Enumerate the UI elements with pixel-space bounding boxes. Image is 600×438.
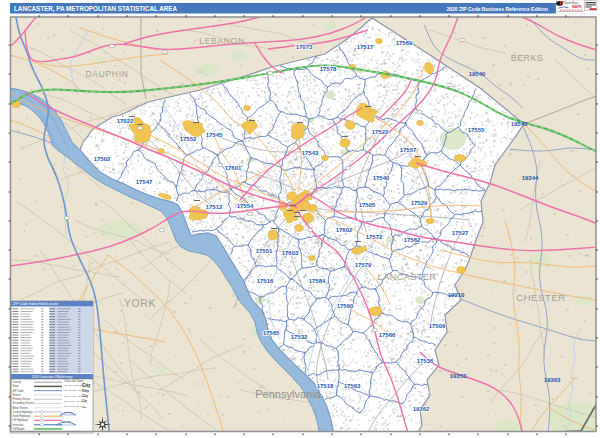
svg-text:YORK: YORK [124, 297, 156, 309]
svg-text:State Highways: State Highways [13, 414, 32, 418]
svg-text:LEBANON: LEBANON [199, 36, 245, 46]
svg-text:19363: 19363 [544, 377, 561, 383]
svg-text:17527: 17527 [452, 230, 469, 236]
svg-text:City: City [82, 406, 87, 408]
svg-text:17569: 17569 [396, 40, 413, 46]
svg-text:17602: 17602 [336, 227, 353, 233]
svg-text:Minor Streets: Minor Streets [13, 406, 29, 410]
svg-text:17532: 17532 [291, 334, 308, 340]
svg-text:17547: 17547 [136, 179, 153, 185]
svg-text:17516: 17516 [257, 278, 274, 284]
svg-text:17540: 17540 [373, 175, 390, 181]
svg-text:17557: 17557 [400, 147, 417, 153]
svg-text:17566: 17566 [379, 332, 396, 338]
svg-text:17579: 17579 [355, 262, 372, 268]
svg-text:State: State [13, 384, 20, 388]
svg-text:17565: 17565 [263, 330, 280, 336]
svg-text:MAPS: MAPS [572, 5, 582, 9]
svg-text:17560: 17560 [337, 303, 354, 309]
svg-text:2020 Lancaster, PA plot map: 2020 Lancaster, PA plot map [32, 375, 73, 379]
svg-text:Interstate: Interstate [13, 423, 24, 427]
svg-text:Pennsylvania: Pennsylvania [255, 388, 321, 400]
svg-text:17502: 17502 [94, 156, 111, 162]
svg-text:Overpass: Overpass [64, 411, 73, 413]
svg-text:BERKS: BERKS [511, 53, 544, 63]
svg-text:17554: 17554 [237, 203, 254, 209]
svg-text:19540: 19540 [469, 71, 486, 77]
svg-text:17509: 17509 [429, 323, 446, 329]
svg-text:17552: 17552 [180, 136, 197, 142]
svg-text:17517: 17517 [357, 44, 374, 50]
svg-text:City: City [82, 399, 88, 403]
svg-text:17584: 17584 [309, 278, 326, 284]
svg-text:Primary Streets: Primary Streets [13, 397, 32, 401]
svg-text:17522: 17522 [372, 129, 389, 135]
svg-text:17536: 17536 [417, 358, 434, 364]
svg-text:17512: 17512 [206, 204, 223, 210]
svg-text:17572: 17572 [366, 234, 383, 240]
svg-text:CHESTER: CHESTER [516, 292, 566, 303]
svg-text:County Highways: County Highways [13, 410, 34, 414]
svg-text:Secondary Streets: Secondary Streets [13, 401, 35, 405]
svg-text:17543: 17543 [302, 150, 319, 156]
svg-text:ZIP Code: ZIP Code [13, 389, 24, 393]
svg-text:19543: 19543 [511, 121, 528, 127]
svg-text:17562: 17562 [404, 237, 421, 243]
svg-text:17529: 17529 [411, 200, 428, 206]
svg-text:Underpass: Underpass [61, 420, 71, 422]
svg-text:19362: 19362 [413, 406, 430, 412]
svg-text:17022: 17022 [117, 118, 134, 124]
svg-text:ZIP Code Index/Grid Locator: ZIP Code Index/Grid Locator [13, 302, 59, 306]
svg-text:17578: 17578 [320, 66, 337, 72]
svg-text:Streets: Streets [13, 393, 22, 397]
svg-text:19310: 19310 [448, 292, 465, 298]
svg-text:City: City [82, 389, 90, 393]
svg-text:17603: 17603 [282, 250, 299, 256]
svg-text:17555: 17555 [468, 127, 485, 133]
svg-text:Toll Roads: Toll Roads [13, 427, 26, 431]
svg-text:17505: 17505 [359, 202, 376, 208]
svg-text:17545: 17545 [206, 132, 223, 138]
svg-text:LANCASTER: LANCASTER [378, 271, 437, 282]
svg-text:2020 ZIP Code Business Referen: 2020 ZIP Code Business Reference Edition [446, 6, 548, 12]
svg-text:US Highways: US Highways [13, 418, 29, 422]
svg-text:LANCASTER, PA METROPOLITAN STA: LANCASTER, PA METROPOLITAN STATISTICAL A… [14, 5, 177, 13]
svg-text:DAUPHIN: DAUPHIN [85, 69, 128, 79]
svg-text:City: City [82, 394, 88, 398]
svg-text:17563: 17563 [344, 383, 361, 389]
svg-text:17073: 17073 [296, 44, 313, 50]
svg-text:17601: 17601 [225, 165, 242, 171]
svg-text:19353: 19353 [450, 373, 467, 379]
svg-text:19344: 19344 [522, 175, 539, 181]
svg-text:City: City [82, 383, 91, 388]
svg-text:County: County [13, 380, 22, 384]
svg-text:17551: 17551 [256, 248, 273, 254]
